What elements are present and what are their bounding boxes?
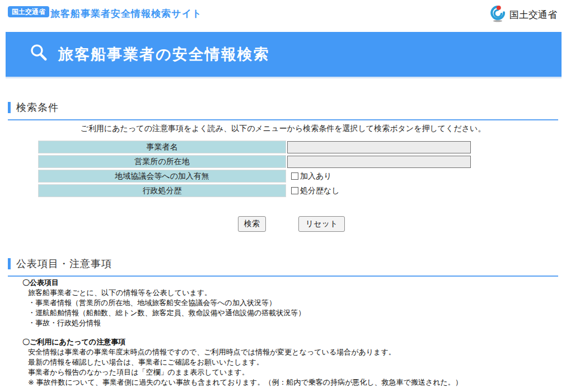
heading-accent-bar (8, 102, 11, 113)
banner-title: 旅客船事業者の安全情報検索 (58, 44, 270, 64)
heading-accent-bar (8, 258, 11, 269)
note-line: 旅客船事業者ごとに、以下の情報等を公表しています。 (28, 288, 554, 298)
note-line: ※ 事故件数について、事業者側に過失のない事故も含まれております。（例：船内で乗… (28, 377, 554, 388)
checkbox-label: 加入あり (300, 171, 332, 181)
note-block-title: 〇公表項目 (22, 278, 554, 288)
search-button[interactable]: 検索 (238, 216, 266, 232)
checkbox-label: 処分歴なし (300, 186, 340, 196)
field-value-cell: 処分歴なし (287, 184, 340, 197)
top-header: 国土交通省 旅客船事業者安全情報検索サイト 国土交通省 (0, 0, 566, 28)
note-line: ・事業者情報（営業所の所在地、地域旅客船安全協議会等への加入状況等） (28, 298, 554, 308)
field-label: 事業者名 (38, 141, 286, 153)
reset-button[interactable]: リセット (298, 216, 345, 232)
note-line: ・事故・行政処分情報 (28, 318, 554, 328)
note-block-title: 〇ご利用にあたっての注意事項 (22, 337, 554, 347)
council-membership-checkbox[interactable] (291, 172, 298, 180)
operator-name-input[interactable] (287, 141, 471, 153)
mlit-logo-text: 国土交通省 (509, 8, 557, 21)
notes-body: 〇公表項目 旅客船事業者ごとに、以下の情報等を公表しています。 ・事業者情報（営… (22, 278, 554, 392)
field-label: 行政処分歴 (38, 184, 286, 197)
form-row-council-membership: 地域協議会等への加入有無 加入あり (38, 170, 471, 183)
mlit-logo-icon (489, 4, 507, 25)
disposition-history-checkbox[interactable] (291, 187, 298, 194)
page-banner: 旅客船事業者の安全情報検索 (6, 32, 562, 78)
notes-title: 公表項目・注意事項 (16, 257, 112, 270)
usage-notes-block: 〇ご利用にあたっての注意事項 安全情報は事業者の事業年度末時点の情報ですので、ご… (22, 337, 554, 388)
published-items-block: 〇公表項目 旅客船事業者ごとに、以下の情報等を公表しています。 ・事業者情報（営… (22, 278, 554, 328)
form-row-office-location: 営業所の所在地 (38, 155, 471, 168)
search-icon (29, 43, 49, 66)
search-conditions-title: 検索条件 (16, 101, 59, 114)
site-title: 旅客船事業者安全情報検索サイト (50, 7, 202, 20)
field-value-cell: 加入あり (287, 170, 332, 183)
note-line: 安全情報は事業者の事業年度末時点の情報ですので、ご利用時点では情報が変更となって… (28, 347, 554, 357)
field-label: 地域協議会等への加入有無 (38, 170, 286, 183)
notes-heading: 公表項目・注意事項 (8, 257, 558, 277)
note-line: 最新の情報を確認したい場合は、事業者にご確認をお願いいたします。 (28, 357, 554, 367)
note-line: ・運航船舶情報（船舶数、総トン数、旅客定員、救命設備や通信設備の搭載状況等） (28, 308, 554, 318)
form-row-disposition-history: 行政処分歴 処分歴なし (38, 184, 471, 197)
search-conditions-heading: 検索条件 (8, 101, 558, 120)
field-label: 営業所の所在地 (38, 155, 286, 168)
mlit-logo-group: 国土交通省 (489, 4, 557, 25)
field-value-cell (287, 155, 471, 168)
field-value-cell (287, 141, 471, 153)
page: 国土交通省 旅客船事業者安全情報検索サイト 国土交通省 旅客船事業者の安全情報検… (0, 0, 566, 392)
search-form-table: 事業者名 営業所の所在地 地域協議会等への加入有無 加入あり 行政処分歴 (38, 141, 471, 199)
mlit-badge: 国土交通省 (8, 6, 49, 17)
note-line: 事業者から報告のなかった項目は「空欄」のまま表示しています。 (28, 367, 554, 377)
disposition-history-option: 処分歴なし (291, 186, 340, 196)
instruction-text: ご利用にあたっての注意事項をよく読み、以下のメニューから検索条件を選択して検索ボ… (0, 124, 566, 134)
form-row-operator-name: 事業者名 (38, 141, 471, 153)
council-membership-option: 加入あり (291, 171, 332, 181)
office-location-input[interactable] (287, 156, 471, 168)
